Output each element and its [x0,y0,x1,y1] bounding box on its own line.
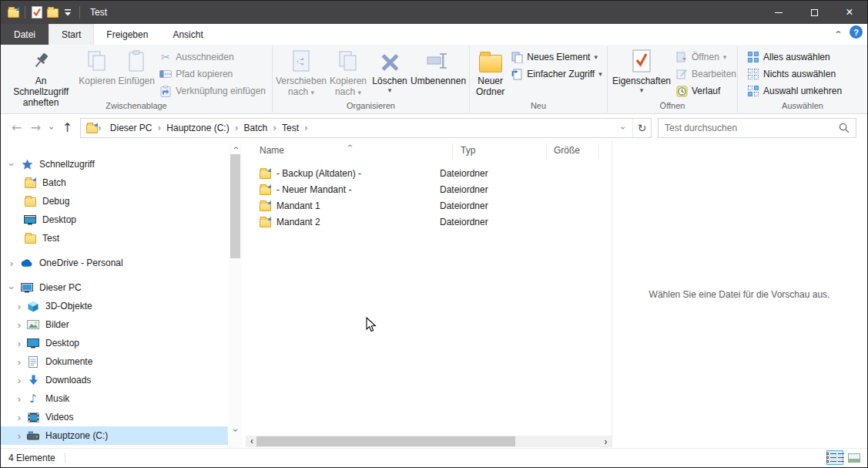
copy-path-button[interactable]: Pfad kopieren [156,66,269,82]
scroll-up-icon[interactable] [229,142,242,153]
tab-file[interactable]: Datei [1,24,49,45]
copy-to-button[interactable]: Kopieren nach ▾ [327,46,370,98]
breadcrumb-drive-c[interactable]: Hauptzone (C:) [163,123,233,133]
column-header-type[interactable]: Typ [461,145,475,156]
sidebar-item-videos[interactable]: Videos [1,408,228,426]
expander-closed-icon[interactable] [15,319,24,331]
sidebar-item-pictures[interactable]: Bilder [1,315,228,334]
sidebar-item-music[interactable]: Musik [1,389,228,408]
breadcrumb-this-pc[interactable]: Dieser PC [106,123,156,133]
breadcrumb-batch[interactable]: Batch [240,123,272,133]
sidebar-item-downloads[interactable]: Downloads [1,371,228,389]
expander-closed-icon[interactable] [15,375,24,386]
sidebar-item-batch[interactable]: Batch [1,173,228,192]
invert-selection-button[interactable]: Auswahl umkehren [744,82,845,99]
expander-closed-icon[interactable] [15,430,24,442]
open-button[interactable]: Öffnen ▾ [672,49,739,66]
navigation-pane: Schnellzugriff Batch Debug Desktop Test [1,142,229,448]
address-bar[interactable]: Dieser PC Hauptzone (C:) Batch Test [80,118,652,138]
expander-closed-icon[interactable] [15,301,24,312]
forward-button[interactable] [26,118,45,137]
close-button[interactable]: × [832,1,867,24]
help-icon[interactable] [850,25,863,39]
recent-locations-chevron-icon[interactable] [45,118,58,137]
tab-start[interactable]: Start [49,24,94,45]
breadcrumb-chevron-icon[interactable] [273,123,276,133]
easy-access-button[interactable]: Einfacher Zugriff ▾ [508,66,605,82]
paste-shortcut-button[interactable]: Verknüpfung einfügen [156,82,269,99]
expander-closed-icon[interactable] [15,412,24,423]
sidebar-item-documents[interactable]: Dokumente [1,352,228,371]
breadcrumb-chevron-icon[interactable] [158,123,162,133]
select-all-button[interactable]: Alles auswählen [744,49,845,66]
back-button[interactable] [7,118,26,137]
history-button[interactable]: Verlauf [672,82,739,99]
scroll-down-icon[interactable] [229,424,242,436]
thumbnail-view-button[interactable] [846,450,863,465]
properties-button[interactable]: Eigenschaften ▾ [611,46,672,94]
qat-properties-button[interactable] [31,6,43,19]
sidebar-item-onedrive[interactable]: OneDrive - Personal [1,254,228,272]
file-row-mandant-2[interactable]: Mandant 2 Dateiordner [246,214,612,230]
minimize-button[interactable] [761,1,796,24]
file-row-backup-altdaten[interactable]: - Backup (Altdaten) - Dateiordner [246,165,612,181]
tab-view[interactable]: Ansicht [160,24,215,45]
cut-button[interactable]: Ausschneiden [156,49,269,66]
search-box[interactable] [658,118,856,138]
expander-closed-icon[interactable] [15,338,24,349]
qat-customize-chevron-button[interactable] [62,6,74,19]
breadcrumb-chevron-icon[interactable] [235,123,239,133]
file-row-neuer-mandant[interactable]: - Neuer Mandant - Dateiordner [246,181,612,197]
sidebar-item-test[interactable]: Test [1,229,228,247]
expander-closed-icon[interactable] [15,393,24,405]
scrollbar-thumb[interactable] [230,154,240,258]
up-button[interactable] [58,118,77,137]
expander-open-icon[interactable] [7,282,16,294]
move-to-button[interactable]: Verschieben nach ▾ [276,46,327,98]
qat-pinned-folder-button[interactable] [7,6,19,19]
file-list-horizontal-scrollbar[interactable] [246,436,612,447]
sidebar-item-this-pc[interactable]: Dieser PC [1,278,228,297]
column-separator[interactable] [452,143,453,159]
sidebar-scrollbar[interactable] [229,142,242,448]
maximize-button[interactable] [796,1,832,24]
search-icon[interactable] [839,123,850,133]
scrollbar-thumb[interactable] [256,436,515,446]
breadcrumb-chevron-icon[interactable] [304,123,308,133]
move-to-icon [289,49,313,73]
file-row-mandant-1[interactable]: Mandant 1 Dateiordner [246,197,612,214]
expander-closed-icon[interactable] [15,356,24,368]
paste-button[interactable]: Einfügen [116,46,156,86]
expander-open-icon[interactable] [7,159,16,170]
column-header-name[interactable]: Name [260,145,284,156]
sidebar-item-debug[interactable]: Debug [1,192,228,210]
sidebar-item-desktop[interactable]: Desktop [1,334,228,352]
search-input[interactable] [665,123,839,133]
sidebar-item-desktop-qa[interactable]: Desktop [1,210,228,229]
expander-closed-icon[interactable] [7,258,16,269]
column-header-size[interactable]: Größe [554,145,580,156]
music-note-icon [27,392,39,405]
breadcrumb-test[interactable]: Test [278,123,303,133]
copy-button[interactable]: Kopieren [78,46,116,86]
qat-new-folder-button[interactable] [46,6,59,19]
new-folder-button[interactable]: Neuer Ordner [473,46,508,97]
select-none-button[interactable]: Nichts auswählen [744,66,845,82]
sidebar-item-quick-access[interactable]: Schnellzugriff [1,155,228,173]
details-view-button[interactable] [826,450,843,465]
edit-button[interactable]: Bearbeiten [672,66,739,82]
collapse-ribbon-icon[interactable] [833,28,842,37]
column-separator[interactable] [546,143,547,159]
new-item-button[interactable]: Neues Element ▾ [508,49,605,66]
sidebar-item-drive-c[interactable]: Hauptzone (C:) [1,426,228,445]
rename-button[interactable]: Umbenennen [410,46,467,86]
column-separator[interactable] [598,143,599,159]
scroll-left-icon[interactable] [246,436,257,447]
sidebar-item-3d-objects[interactable]: 3D-Objekte [1,297,228,315]
tab-share[interactable]: Freigeben [94,24,160,45]
delete-button[interactable]: Löschen ▾ [370,46,410,94]
address-history-chevron-icon[interactable] [614,119,632,137]
pin-to-quick-access-button[interactable]: An Schnellzugriff anheften [4,46,78,108]
refresh-icon[interactable] [632,119,651,137]
scroll-right-icon[interactable] [600,436,612,447]
